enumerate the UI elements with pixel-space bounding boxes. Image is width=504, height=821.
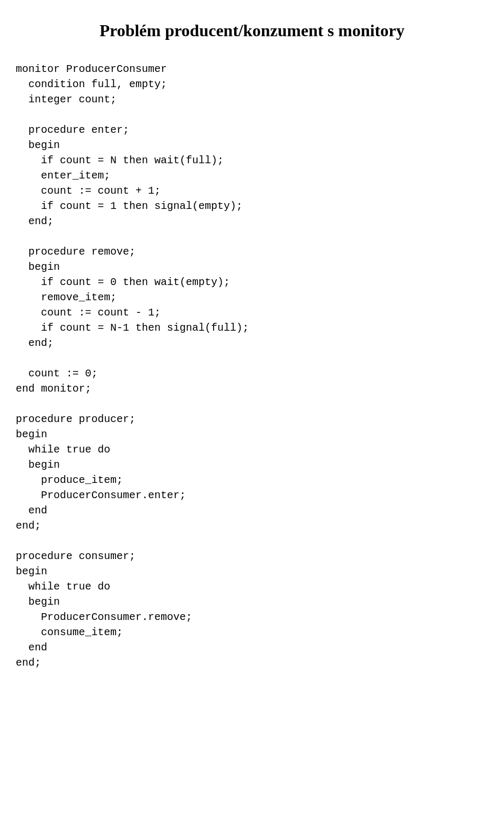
code-content: monitor ProducerConsumer condition full,… <box>16 61 488 670</box>
page-title: Problém producent/konzument s monitory <box>16 21 488 40</box>
